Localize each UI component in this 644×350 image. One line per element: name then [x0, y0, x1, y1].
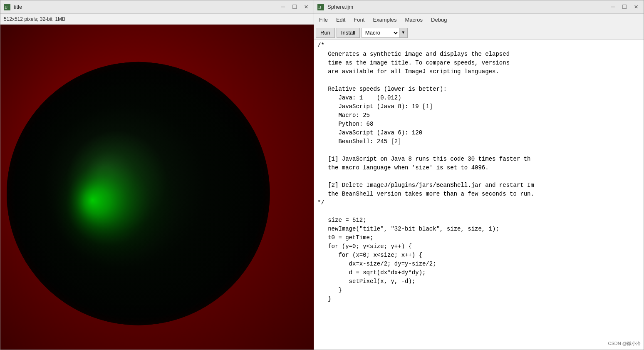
language-selector[interactable]: Macro JavaScript Python BeanShell ▼ — [362, 28, 408, 38]
minimize-button[interactable]: — — [279, 4, 287, 10]
install-button[interactable]: Install — [337, 28, 360, 38]
editor-maximize-button[interactable]: □ — [620, 4, 629, 10]
language-dropdown-arrow[interactable]: ▼ — [399, 28, 407, 37]
editor-imagej-icon: IJ — [317, 4, 324, 10]
image-info-bar: 512x512 pixels; 32-bit; 1MB — [0, 14, 314, 25]
watermark: CSDN @微小冷 — [608, 340, 641, 347]
editor-menubar: File Edit Font Examples Macros Debug — [314, 14, 644, 26]
menu-file[interactable]: File — [316, 16, 331, 24]
editor-window-controls: — □ ✕ — [609, 4, 640, 10]
menu-edit[interactable]: Edit — [333, 16, 349, 24]
menu-examples[interactable]: Examples — [369, 16, 400, 24]
editor-titlebar: IJ Sphere.ijm — □ ✕ — [314, 0, 644, 14]
window-controls: — □ ✕ — [279, 4, 310, 10]
editor-toolbar: Run Install Macro JavaScript Python Bean… — [314, 26, 644, 40]
image-titlebar: IJ title — □ ✕ — [0, 0, 314, 14]
macro-editor-window: IJ Sphere.ijm — □ ✕ File Edit Font Examp… — [314, 0, 644, 350]
imagej-icon: IJ — [4, 4, 10, 10]
maximize-button[interactable]: □ — [290, 4, 299, 10]
menu-font[interactable]: Font — [350, 16, 368, 24]
language-dropdown[interactable]: Macro JavaScript Python BeanShell — [362, 28, 399, 37]
editor-titlebar-left: IJ Sphere.ijm — [317, 4, 353, 10]
code-editor[interactable]: /* Generates a synthetic image and displ… — [314, 40, 644, 350]
titlebar-left: IJ title — [4, 4, 22, 10]
image-display-area — [0, 25, 314, 350]
close-button[interactable]: ✕ — [302, 4, 310, 10]
image-window-title: title — [14, 4, 22, 10]
editor-close-button[interactable]: ✕ — [632, 4, 640, 10]
run-button[interactable]: Run — [316, 28, 335, 38]
editor-scroll-area: /* Generates a synthetic image and displ… — [314, 40, 644, 350]
sphere-canvas — [0, 25, 314, 350]
image-viewer-window: IJ title — □ ✕ 512x512 pixels; 32-bit; 1… — [0, 0, 314, 350]
svg-text:IJ: IJ — [318, 5, 321, 10]
svg-text:IJ: IJ — [5, 5, 7, 10]
editor-window-title: Sphere.ijm — [327, 4, 353, 10]
menu-debug[interactable]: Debug — [428, 16, 450, 24]
image-info-text: 512x512 pixels; 32-bit; 1MB — [4, 16, 65, 22]
menu-macros[interactable]: Macros — [401, 16, 426, 24]
editor-minimize-button[interactable]: — — [609, 4, 617, 10]
